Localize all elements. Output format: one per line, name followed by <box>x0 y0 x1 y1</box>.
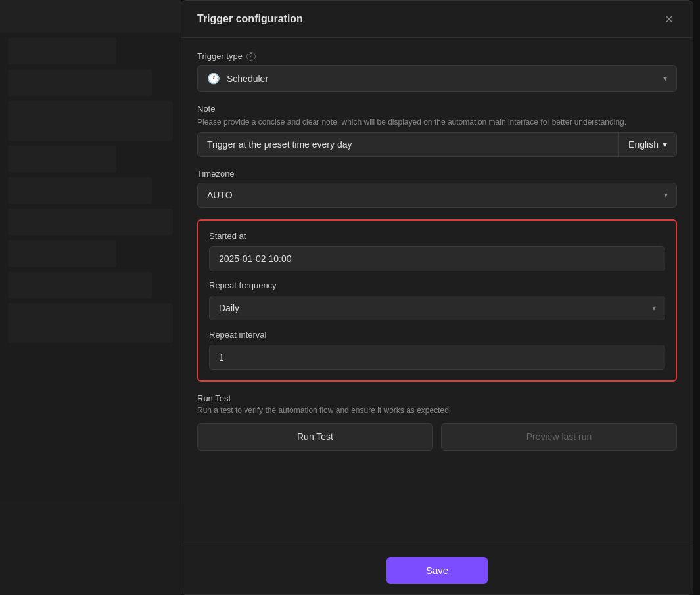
scheduler-icon: 🕐 <box>207 72 220 85</box>
sidebar-item <box>8 101 173 141</box>
note-description: Please provide a concise and clear note,… <box>197 118 677 127</box>
repeat-frequency-select-wrapper[interactable]: Daily Hourly Weekly Monthly ▾ <box>209 296 665 320</box>
timezone-select-wrapper[interactable]: AUTO ▾ <box>197 183 677 208</box>
repeat-interval-label: Repeat interval <box>209 330 665 340</box>
sidebar-item <box>8 303 173 343</box>
trigger-type-label: Trigger type ? <box>197 51 677 61</box>
timezone-label: Timezone <box>197 169 677 179</box>
trigger-type-value: Scheduler <box>227 74 657 84</box>
dialog-body: Trigger type ? 🕐 Scheduler ▾ Note Please… <box>181 38 693 475</box>
trigger-type-select-wrapper[interactable]: 🕐 Scheduler ▾ <box>197 65 677 92</box>
sidebar-item <box>8 146 116 172</box>
sidebar-item <box>8 272 152 298</box>
note-input[interactable] <box>198 133 618 156</box>
run-test-title: Run Test <box>197 393 677 403</box>
dialog-title: Trigger configuration <box>197 13 303 25</box>
sidebar-item <box>8 177 152 204</box>
note-label: Note <box>197 104 677 114</box>
run-test-button[interactable]: Run Test <box>197 423 433 451</box>
repeat-frequency-select[interactable]: Daily Hourly Weekly Monthly <box>209 296 665 320</box>
run-test-buttons: Run Test Preview last run <box>197 423 677 451</box>
trigger-type-help-icon[interactable]: ? <box>246 52 256 61</box>
sidebar-item <box>8 70 152 96</box>
repeat-interval-input[interactable] <box>209 345 665 370</box>
timezone-select[interactable]: AUTO <box>197 183 677 208</box>
run-test-description: Run a test to verify the automation flow… <box>197 406 677 415</box>
trigger-type-select[interactable]: 🕐 Scheduler ▾ <box>197 65 677 92</box>
trigger-config-dialog: Trigger configuration × Trigger type ? 🕐… <box>181 0 693 595</box>
preview-last-run-button[interactable]: Preview last run <box>441 423 677 451</box>
sidebar-item <box>8 209 173 235</box>
save-button[interactable]: Save <box>386 557 488 584</box>
chevron-down-icon: ▾ <box>663 74 667 83</box>
sidebar <box>0 0 181 595</box>
sidebar-header <box>0 0 181 33</box>
dialog-header: Trigger configuration × <box>181 1 693 38</box>
run-test-section: Run Test Run a test to verify the automa… <box>197 393 677 451</box>
sidebar-item <box>8 38 116 64</box>
main-area: Trigger configuration × Trigger type ? 🕐… <box>181 0 700 595</box>
repeat-frequency-label: Repeat frequency <box>209 280 665 290</box>
sidebar-item <box>8 240 116 267</box>
started-at-input[interactable] <box>209 246 665 271</box>
chevron-down-icon: ▾ <box>663 139 667 150</box>
started-at-label: Started at <box>209 231 665 241</box>
note-input-wrapper: English ▾ <box>197 132 677 157</box>
close-button[interactable]: × <box>661 11 677 27</box>
language-button[interactable]: English ▾ <box>618 133 676 156</box>
scheduler-config-box: Started at Repeat frequency Daily Hourly… <box>197 219 677 382</box>
dialog-footer: Save <box>181 546 693 594</box>
